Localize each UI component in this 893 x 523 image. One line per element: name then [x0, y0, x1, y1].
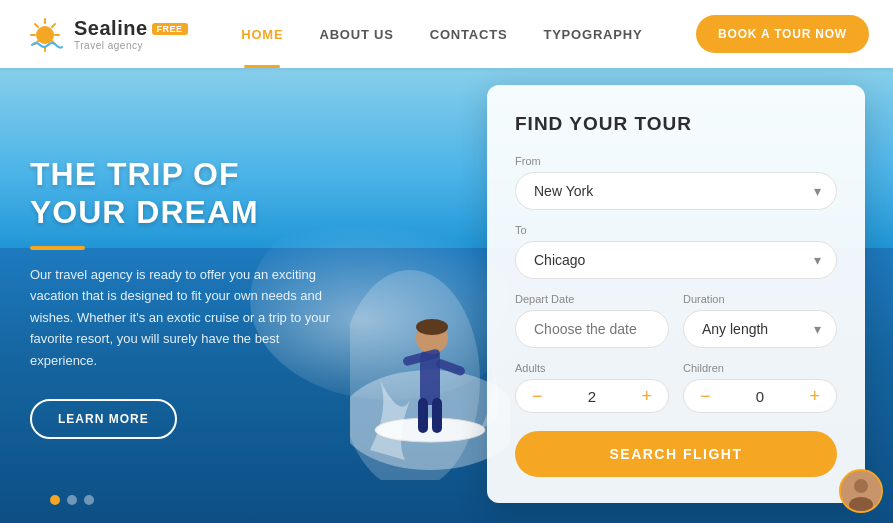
- header: Sealine FREE Travel agency HOME ABOUT US…: [0, 0, 893, 68]
- counter-row: Adults − 2 + Children − 0 +: [515, 362, 837, 413]
- nav-contacts[interactable]: CONTACTS: [430, 27, 508, 42]
- children-label: Children: [683, 362, 837, 374]
- hero-content: THE TRIP OF YOUR DREAM Our travel agency…: [30, 155, 340, 439]
- logo-text: Sealine FREE Travel agency: [74, 17, 188, 51]
- book-tour-button[interactable]: BOOK A TOUR NOW: [696, 15, 869, 53]
- hero-divider: [30, 246, 85, 250]
- from-select[interactable]: New York Los Angeles Chicago Miami Londo…: [515, 172, 837, 210]
- depart-label: Depart Date: [515, 293, 669, 305]
- children-group: Children − 0 +: [683, 362, 837, 413]
- adults-increment[interactable]: +: [639, 387, 654, 405]
- logo-icon: [24, 13, 66, 55]
- search-flight-button[interactable]: SEARCH FLIGHT: [515, 431, 837, 477]
- carousel-dots: [50, 495, 94, 505]
- duration-label: Duration: [683, 293, 837, 305]
- learn-more-button[interactable]: LEARN MORE: [30, 399, 177, 439]
- to-select[interactable]: Chicago New York Paris Tokyo Sydney: [515, 241, 837, 279]
- to-group: To Chicago New York Paris Tokyo Sydney: [515, 224, 837, 279]
- main-nav: HOME ABOUT US CONTACTS TYPOGRAPHY: [241, 27, 642, 42]
- depart-input[interactable]: [515, 310, 669, 348]
- children-increment[interactable]: +: [807, 387, 822, 405]
- logo-free-badge: FREE: [152, 23, 188, 35]
- svg-line-16: [35, 24, 38, 27]
- avatar-image: [841, 471, 881, 511]
- surfer-illustration: [350, 120, 510, 480]
- adults-value: 2: [580, 388, 604, 405]
- adults-label: Adults: [515, 362, 669, 374]
- children-value: 0: [748, 388, 772, 405]
- duration-select[interactable]: Any length 1 week 2 weeks 3 weeks 1 mont…: [683, 310, 837, 348]
- hero-title: THE TRIP OF YOUR DREAM: [30, 155, 340, 232]
- adults-decrement[interactable]: −: [530, 387, 545, 405]
- depart-group: Depart Date: [515, 293, 669, 348]
- dot-2[interactable]: [67, 495, 77, 505]
- nav-about[interactable]: ABOUT US: [319, 27, 393, 42]
- to-label: To: [515, 224, 837, 236]
- logo: Sealine FREE Travel agency: [24, 13, 188, 55]
- svg-point-21: [854, 479, 868, 493]
- logo-name: Sealine: [74, 17, 148, 40]
- to-select-wrap: Chicago New York Paris Tokyo Sydney: [515, 241, 837, 279]
- svg-rect-6: [432, 398, 442, 433]
- duration-select-wrap: Any length 1 week 2 weeks 3 weeks 1 mont…: [683, 310, 837, 348]
- tour-card: FIND YOUR TOUR From New York Los Angeles…: [487, 85, 865, 503]
- hero-description: Our travel agency is ready to offer you …: [30, 264, 340, 371]
- adults-counter: − 2 +: [515, 379, 669, 413]
- svg-rect-5: [418, 398, 428, 433]
- from-select-wrap: New York Los Angeles Chicago Miami Londo…: [515, 172, 837, 210]
- dot-3[interactable]: [84, 495, 94, 505]
- nav-home[interactable]: HOME: [241, 27, 283, 42]
- card-title: FIND YOUR TOUR: [515, 113, 837, 135]
- from-label: From: [515, 155, 837, 167]
- date-duration-row: Depart Date Duration Any length 1 week 2…: [515, 293, 837, 362]
- children-counter: − 0 +: [683, 379, 837, 413]
- logo-subtitle: Travel agency: [74, 40, 188, 51]
- dot-1[interactable]: [50, 495, 60, 505]
- nav-typography[interactable]: TYPOGRAPHY: [543, 27, 642, 42]
- from-group: From New York Los Angeles Chicago Miami …: [515, 155, 837, 210]
- children-decrement[interactable]: −: [698, 387, 713, 405]
- svg-point-8: [416, 319, 448, 335]
- svg-line-18: [52, 24, 55, 27]
- duration-group: Duration Any length 1 week 2 weeks 3 wee…: [683, 293, 837, 348]
- adults-group: Adults − 2 +: [515, 362, 669, 413]
- avatar[interactable]: [839, 469, 883, 513]
